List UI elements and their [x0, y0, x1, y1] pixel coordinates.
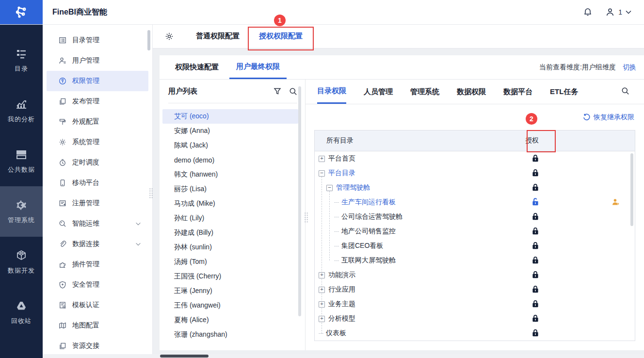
user-list-item[interactable]: 陈斌 (Jack) — [162, 138, 298, 153]
directory-node-label[interactable]: 业务主题 — [328, 300, 355, 309]
directory-node-label[interactable]: 仪表板 — [326, 329, 346, 338]
lock-closed-icon[interactable] — [531, 212, 541, 222]
horizontal-scrollbar-thumb[interactable] — [160, 355, 209, 358]
directory-tree-row: 公司综合运营驾驶舱 — [315, 210, 635, 224]
rail-item-analysis[interactable]: 我的分析 — [0, 85, 43, 136]
sidebar-item-user[interactable]: 用户管理 — [47, 50, 148, 71]
notification-bell-icon[interactable] — [583, 7, 593, 17]
search-icon[interactable] — [621, 87, 629, 95]
directory-node-label[interactable]: 生产车间运行看板 — [341, 198, 396, 207]
permission-tab-4[interactable]: 数据平台 — [503, 80, 532, 104]
user-list-item[interactable]: 张珊 (zhangshan) — [162, 327, 298, 342]
user-list-item[interactable]: 汤姆 (Tom) — [162, 255, 298, 269]
lock-closed-icon[interactable] — [531, 256, 541, 265]
filter-icon[interactable] — [274, 87, 281, 95]
expand-icon[interactable]: + — [319, 156, 325, 162]
directory-tree-row: 互联网大屏驾驶舱 — [315, 253, 635, 268]
sidebar-item-register[interactable]: 注册管理 — [47, 193, 148, 213]
collapse-icon[interactable]: − — [319, 170, 325, 177]
switch-dimension-link[interactable]: 切换 — [623, 63, 636, 72]
tab-authorized-permission[interactable]: 授权权限配置 — [259, 32, 303, 41]
rail-item-directory[interactable]: 目录 — [0, 35, 43, 85]
lock-closed-icon[interactable] — [531, 168, 541, 178]
user-list-item[interactable]: 丽莎 (Lisa) — [162, 182, 298, 196]
expand-icon[interactable]: + — [319, 287, 325, 293]
sidebar-resize-handle[interactable] — [149, 188, 153, 198]
lock-closed-icon[interactable] — [531, 285, 541, 294]
user-list-item[interactable]: 夏梅 (Alice) — [162, 313, 298, 327]
sidebar-item-system[interactable]: 系统管理 — [47, 132, 148, 152]
directory-node-label[interactable]: 行业应用 — [328, 285, 355, 294]
sidebar-item-catalog[interactable]: 目录管理 — [47, 30, 148, 50]
user-list-item[interactable]: 王琳 (Jenny) — [162, 284, 298, 298]
sidebar-item-ops[interactable]: 智能运维 — [47, 213, 148, 234]
lock-closed-icon[interactable] — [531, 227, 541, 236]
lock-closed-icon[interactable] — [531, 241, 541, 251]
user-list-item[interactable]: demo (demo) — [162, 153, 298, 167]
sidebar-scrollbar[interactable] — [147, 30, 150, 50]
sidebar-item-label: 模板认证 — [72, 301, 142, 309]
lock-closed-icon[interactable] — [531, 154, 541, 163]
directory-node-label[interactable]: 平台目录 — [328, 169, 355, 178]
sidebar-item-mobile[interactable]: 移动平台 — [47, 173, 148, 193]
userlist-resize-handle[interactable] — [304, 212, 308, 223]
directory-node-label[interactable]: 功能演示 — [328, 271, 355, 279]
rail-item-recycle[interactable]: 回收站 — [0, 287, 43, 338]
permission-tab-1[interactable]: 人员管理 — [364, 80, 393, 104]
sidebar-item-handover[interactable]: 资源交接 — [47, 336, 148, 356]
gear-icon[interactable] — [165, 32, 174, 41]
sidebar-item-security[interactable]: 安全管理 — [47, 275, 148, 295]
directory-node-label[interactable]: 公司综合运营驾驶舱 — [341, 212, 402, 221]
search-icon[interactable] — [289, 87, 297, 96]
sidebar-item-permission[interactable]: 权限管理 — [47, 71, 148, 91]
sidebar-item-map[interactable]: 地图配置 — [47, 315, 148, 336]
permission-tab-3[interactable]: 数据权限 — [457, 80, 486, 104]
expand-icon[interactable]: + — [319, 301, 325, 308]
expand-icon[interactable]: + — [319, 316, 325, 322]
rail-item-publicdata[interactable]: 公共数据 — [0, 136, 43, 186]
tab-user-final-permission[interactable]: 用户最终权限 — [229, 55, 287, 79]
sidebar-item-schedule[interactable]: 定时调度 — [47, 152, 148, 173]
lock-closed-icon[interactable] — [531, 314, 541, 324]
sidebar-item-template[interactable]: 模板认证 — [47, 295, 148, 315]
user-menu[interactable]: 1 — [605, 7, 631, 17]
directory-node-label[interactable]: 集团CEO看板 — [341, 242, 383, 250]
restore-inherited-permission-link[interactable]: 恢复继承权限 — [583, 113, 634, 122]
directory-node-label[interactable]: 平台首页 — [328, 154, 355, 163]
user-list-item[interactable]: 王国强 (Cherry) — [162, 269, 298, 284]
finebi-logo[interactable] — [0, 0, 43, 24]
rail-item-admin[interactable]: 管理系统 — [0, 186, 43, 237]
user-list-item[interactable]: 孙红 (Lily) — [162, 211, 298, 226]
sidebar-item-appearance[interactable]: 外观配置 — [47, 112, 148, 132]
sidebar-item-plugin[interactable]: 插件管理 — [47, 254, 148, 275]
user-list-item[interactable]: 孙建成 (Billy) — [162, 226, 298, 240]
authorized-user-icon[interactable] — [612, 198, 620, 207]
lock-closed-icon[interactable] — [531, 183, 541, 193]
directory-node-label[interactable]: 互联网大屏驾驶舱 — [341, 256, 396, 265]
collapse-icon[interactable]: − — [326, 185, 333, 191]
permission-tab-5[interactable]: ETL任务 — [550, 80, 578, 104]
sidebar-item-connection[interactable]: 数据连接 — [47, 234, 148, 254]
directory-node-label[interactable]: 分析模型 — [328, 314, 355, 323]
lock-closed-icon[interactable] — [531, 328, 541, 338]
user-list-item[interactable]: 安娜 (Anna) — [162, 124, 298, 138]
lock-open-icon[interactable] — [531, 197, 541, 207]
tab-normal-permission[interactable]: 普通权限配置 — [196, 32, 240, 41]
horizontal-scrollbar-track[interactable] — [43, 354, 644, 358]
lock-closed-icon[interactable] — [531, 299, 541, 309]
expand-icon[interactable]: + — [319, 272, 325, 278]
user-list-item[interactable]: 艾可 (eoco) — [162, 109, 298, 124]
user-list-scrollbar[interactable] — [298, 86, 301, 316]
user-list-item[interactable]: 王伟 (wangwei) — [162, 298, 298, 313]
tab-quick-config[interactable]: 权限快速配置 — [168, 55, 225, 79]
lock-closed-icon[interactable] — [531, 270, 541, 280]
user-list-item[interactable]: 马功成 (Mike) — [162, 196, 298, 211]
sidebar-item-publish[interactable]: 发布管理 — [47, 91, 148, 112]
permission-tab-0[interactable]: 目录权限 — [317, 80, 346, 104]
rail-item-datadev[interactable]: 数据开发 — [0, 237, 43, 287]
permission-tab-2[interactable]: 管理系统 — [410, 80, 439, 104]
directory-node-label[interactable]: 管理驾驶舱 — [336, 183, 370, 192]
user-list-item[interactable]: 韩文 (hanwen) — [162, 167, 298, 182]
directory-node-label[interactable]: 地产公司销售监控 — [341, 227, 396, 236]
user-list-item[interactable]: 孙林 (sunlin) — [162, 240, 298, 255]
